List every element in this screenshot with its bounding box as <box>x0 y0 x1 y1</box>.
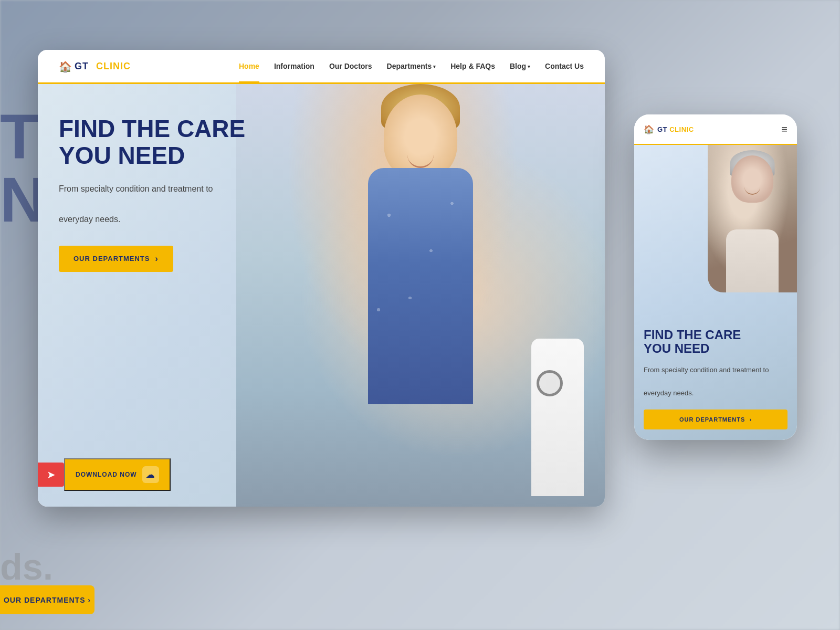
dress-dots <box>368 168 473 404</box>
our-departments-label: OUR DEPARTMENTS <box>74 255 150 262</box>
bg-button-bottom: OUR DEPARTMENTS › <box>0 585 94 614</box>
mobile-content: FIND THE CARE YOU NEED From specialty co… <box>634 318 797 440</box>
hero-title-line2: YOU NEED <box>59 142 185 169</box>
nav-departments[interactable]: Departments ▾ <box>387 62 436 70</box>
red-arrow-icon: ➤ <box>47 468 56 481</box>
desktop-logo: 🏠 GT CLINIC <box>59 60 131 72</box>
mobile-logo-text: GT CLINIC <box>657 125 694 133</box>
download-now-label: DOWNLOAD NOW <box>76 471 137 478</box>
mobile-navbar: 🏠 GT CLINIC ≡ <box>634 114 797 145</box>
mobile-departments-label: OUR DEPARTMENTS <box>679 416 745 423</box>
stethoscope-head <box>537 370 563 396</box>
mobile-title-line2: YOU NEED <box>644 341 709 355</box>
mobile-hero-title: FIND THE CARE YOU NEED <box>644 328 788 356</box>
blog-dropdown-icon: ▾ <box>528 64 530 69</box>
our-departments-button[interactable]: OUR DEPARTMENTS › <box>59 246 173 272</box>
doctor-arm <box>531 339 584 496</box>
desktop-nav-items: Home Information Our Doctors Departments… <box>239 62 584 70</box>
elderly-head <box>731 155 773 203</box>
nav-home[interactable]: Home <box>239 62 259 70</box>
mobile-title-line1: FIND THE CARE <box>644 328 741 342</box>
hero-content: FIND THE CARE YOU NEED From specialty co… <box>59 116 245 272</box>
hero-title: FIND THE CARE YOU NEED <box>59 116 245 169</box>
hero-photo-inner <box>236 84 605 507</box>
download-bar: ➤ DOWNLOAD NOW ☁ <box>38 458 171 491</box>
bg-text-bottom: ds. <box>0 546 53 588</box>
mobile-home-icon: 🏠 <box>644 124 654 134</box>
elderly-smile <box>744 187 760 195</box>
home-icon: 🏠 <box>59 60 70 72</box>
hero-subtitle-text1: From specialty condition and treatment t… <box>59 184 213 193</box>
desktop-navbar: 🏠 GT CLINIC Home Information Our Doctors… <box>38 50 605 84</box>
cloud-icon: ☁ <box>146 470 155 480</box>
nav-blog[interactable]: Blog ▾ <box>510 62 530 70</box>
bg-btn-label: OUR DEPARTMENTS › <box>4 596 91 604</box>
hamburger-menu-icon[interactable]: ≡ <box>781 123 788 135</box>
child-body <box>368 168 473 404</box>
download-cloud-icon: ☁ <box>142 466 159 483</box>
hero-subtitle-text2: everyday needs. <box>59 215 120 224</box>
hero-subtitle: From specialty condition and treatment t… <box>59 182 245 227</box>
mobile-subtitle-text1: From specialty condition and treatment t… <box>644 366 769 374</box>
download-red-arrow: ➤ <box>38 463 64 487</box>
nav-information[interactable]: Information <box>274 62 314 70</box>
nav-our-doctors[interactable]: Our Doctors <box>329 62 372 70</box>
hero-photo-area <box>236 84 605 507</box>
logo-text: GT CLINIC <box>75 61 131 72</box>
mobile-logo-clinic: CLINIC <box>669 125 694 133</box>
download-now-button[interactable]: DOWNLOAD NOW ☁ <box>64 458 171 491</box>
nav-contact-us[interactable]: Contact Us <box>545 62 584 70</box>
mobile-departments-arrow: › <box>749 416 752 423</box>
mobile-hero-photo <box>708 145 797 292</box>
logo-clinic: CLINIC <box>96 61 131 71</box>
desktop-hero: FIND THE CARE YOU NEED From specialty co… <box>38 84 605 507</box>
mobile-photo-inner <box>708 145 797 292</box>
mobile-subtitle-text2: everyday needs. <box>644 389 694 397</box>
desktop-mockup: 🏠 GT CLINIC Home Information Our Doctors… <box>38 50 605 507</box>
elderly-body <box>726 229 779 292</box>
child-smile <box>407 155 434 168</box>
hero-title-line1: FIND THE CARE <box>59 115 245 142</box>
nav-help-faqs[interactable]: Help & FAQs <box>450 62 495 70</box>
child-head <box>384 94 457 178</box>
mobile-mockup: 🏠 GT CLINIC ≡ FIND THE CARE <box>634 114 797 440</box>
mobile-logo-gt: GT <box>657 125 667 133</box>
mobile-logo: 🏠 GT CLINIC <box>644 124 781 134</box>
departments-arrow-icon: › <box>155 254 158 264</box>
departments-dropdown-icon: ▾ <box>433 64 436 69</box>
logo-gt: GT <box>75 61 89 71</box>
mobile-hero: FIND THE CARE YOU NEED From specialty co… <box>634 145 797 440</box>
mobile-departments-button[interactable]: OUR DEPARTMENTS › <box>644 410 788 429</box>
mobile-hero-subtitle: From specialty condition and treatment t… <box>644 364 788 399</box>
